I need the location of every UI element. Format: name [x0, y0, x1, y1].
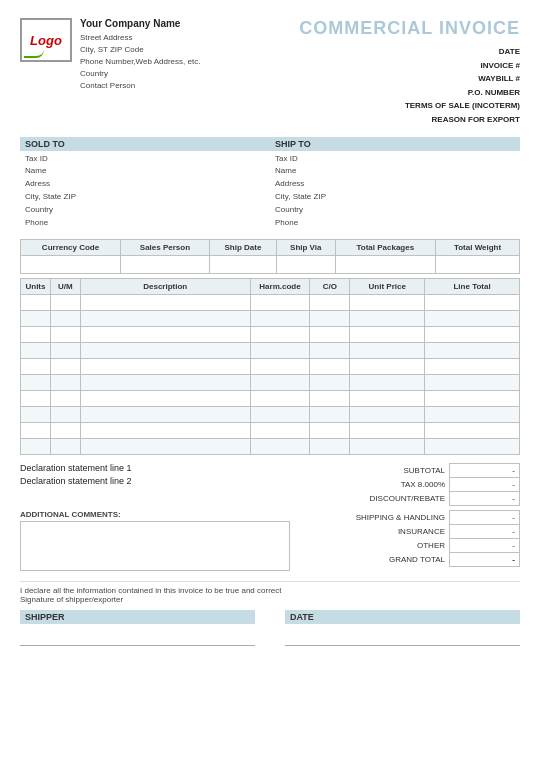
cell: [250, 439, 310, 455]
declaration-statement: I declare all the information contained …: [20, 581, 520, 604]
cell: [80, 311, 250, 327]
cell: [80, 343, 250, 359]
sold-to-content: Tax ID Name Adress City, State ZIP Count…: [20, 151, 270, 232]
cell: [50, 295, 80, 311]
table-row: [21, 375, 520, 391]
cell: [80, 423, 250, 439]
discount-label: DISCOUNT/REBATE: [300, 492, 450, 506]
grand-total-row: GRAND TOTAL -: [300, 553, 520, 567]
shipment-row: [21, 256, 520, 274]
ship-to-address: Address: [275, 178, 515, 191]
grand-total-value: -: [450, 553, 520, 567]
cell: [80, 359, 250, 375]
declaration-text: I declare all the information contained …: [20, 586, 520, 595]
logo-area: Logo Your Company Name Street Address Ci…: [20, 18, 200, 92]
cell: [50, 423, 80, 439]
invoice-meta: DATE INVOICE # WAYBILL # P.O. NUMBER TER…: [299, 45, 520, 127]
cell: [80, 295, 250, 311]
cell-sales-person: [121, 256, 210, 274]
cell: [310, 375, 350, 391]
tax-label: TAX 8.000%: [300, 478, 450, 492]
cell: [250, 311, 310, 327]
table-row: [21, 359, 520, 375]
cell: [350, 439, 425, 455]
cell: [21, 295, 51, 311]
table-row: [21, 391, 520, 407]
logo-text: Logo: [30, 33, 62, 48]
cell: [80, 407, 250, 423]
cell: [80, 439, 250, 455]
invoice-title: COMMERCIAL INVOICE: [299, 18, 520, 39]
col-total-packages: Total Packages: [335, 240, 436, 256]
cell: [21, 375, 51, 391]
invoice-number-label: INVOICE #: [299, 59, 520, 73]
cell: [425, 391, 520, 407]
col-ship-date: Ship Date: [209, 240, 276, 256]
date-signature-line: [285, 626, 520, 646]
sold-to-header: SOLD TO: [20, 137, 270, 151]
grand-total-label: GRAND TOTAL: [300, 553, 450, 567]
date-label: DATE: [285, 610, 520, 624]
date-block: DATE: [285, 610, 520, 646]
insurance-value: -: [450, 525, 520, 539]
cell: [50, 343, 80, 359]
remaining-totals-table: SHIPPING & HANDLING - INSURANCE - OTHER …: [300, 510, 520, 567]
items-table: Units U/M Description Harm.code C/O Unit…: [20, 278, 520, 455]
cell: [310, 423, 350, 439]
cell: [250, 295, 310, 311]
header: Logo Your Company Name Street Address Ci…: [20, 18, 520, 127]
shipping-row: SHIPPING & HANDLING -: [300, 511, 520, 525]
cell: [310, 343, 350, 359]
table-row: [21, 439, 520, 455]
col-units: Units: [21, 279, 51, 295]
insurance-label: INSURANCE: [300, 525, 450, 539]
discount-value: -: [450, 492, 520, 506]
table-row: [21, 327, 520, 343]
cell: [425, 359, 520, 375]
company-city: City, ST ZIP Code: [80, 44, 200, 56]
cell: [350, 375, 425, 391]
table-row: [21, 311, 520, 327]
cell-ship-date: [209, 256, 276, 274]
cell-ship-via: [277, 256, 335, 274]
cell: [310, 295, 350, 311]
company-name: Your Company Name: [80, 18, 200, 29]
shipment-table: Currency Code Sales Person Ship Date Shi…: [20, 239, 520, 274]
logo: Logo: [20, 18, 72, 62]
col-description: Description: [80, 279, 250, 295]
cell: [425, 327, 520, 343]
ship-to-phone: Phone: [275, 217, 515, 230]
signature-text: Signature of shipper/exporter: [20, 595, 520, 604]
col-harm-code: Harm.code: [250, 279, 310, 295]
cell-total-weight: [436, 256, 520, 274]
col-currency-code: Currency Code: [21, 240, 121, 256]
cell: [425, 423, 520, 439]
other-label: OTHER: [300, 539, 450, 553]
table-row: [21, 407, 520, 423]
terms-label: TERMS OF SALE (INCOTERM): [299, 99, 520, 113]
sold-to-phone: Phone: [25, 217, 265, 230]
shipping-value: -: [450, 511, 520, 525]
table-row: [21, 295, 520, 311]
cell: [250, 391, 310, 407]
sold-to-city: City, State ZIP: [25, 191, 265, 204]
cell: [425, 343, 520, 359]
cell: [425, 439, 520, 455]
discount-row: DISCOUNT/REBATE -: [300, 492, 520, 506]
cell: [50, 327, 80, 343]
other-value: -: [450, 539, 520, 553]
table-row: [21, 343, 520, 359]
cell: [350, 359, 425, 375]
address-section: SOLD TO Tax ID Name Adress City, State Z…: [20, 137, 520, 232]
cell: [310, 311, 350, 327]
comments-box: ADDITIONAL COMMENTS:: [20, 510, 290, 571]
company-info: Your Company Name Street Address City, S…: [80, 18, 200, 92]
cell: [21, 343, 51, 359]
cell: [50, 439, 80, 455]
cell: [425, 407, 520, 423]
cell: [310, 327, 350, 343]
cell-total-packages: [335, 256, 436, 274]
cell: [50, 391, 80, 407]
logo-swoosh: [24, 48, 44, 58]
table-row: [21, 423, 520, 439]
